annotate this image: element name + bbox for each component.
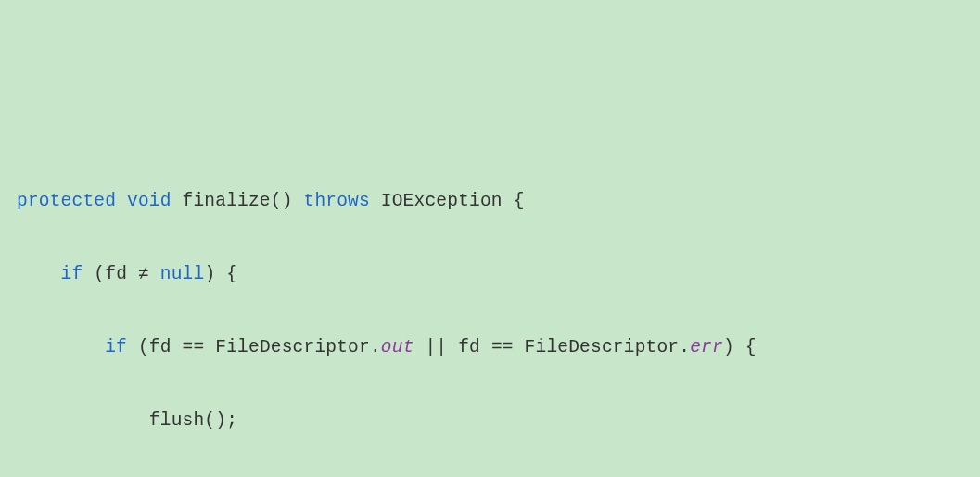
brace: { bbox=[745, 337, 757, 358]
paren: ( bbox=[94, 264, 105, 284]
operator-ne: ≠ bbox=[138, 264, 149, 284]
operator-or: || bbox=[425, 337, 447, 358]
keyword-if: if bbox=[61, 264, 83, 284]
paren: ) bbox=[723, 337, 734, 358]
code-line[interactable]: flush(); bbox=[0, 403, 980, 440]
operator-eq: == bbox=[491, 337, 514, 358]
code-line[interactable]: if (fd == FileDescriptor.out || fd == Fi… bbox=[0, 330, 980, 367]
keyword-void: void bbox=[127, 191, 172, 211]
method-call: flush bbox=[149, 410, 205, 431]
code-line[interactable]: protected void finalize() throws IOExcep… bbox=[0, 183, 980, 220]
keyword-throws: throws bbox=[303, 191, 369, 211]
brace: { bbox=[226, 264, 237, 284]
keyword-if: if bbox=[105, 337, 127, 358]
paren: () bbox=[204, 410, 226, 431]
static-field: err bbox=[690, 337, 723, 358]
paren: () bbox=[271, 191, 293, 211]
paren: ( bbox=[138, 337, 149, 358]
field-ref: fd bbox=[105, 264, 127, 284]
keyword-null: null bbox=[160, 264, 205, 284]
type-name: FileDescriptor bbox=[215, 337, 370, 358]
method-name: finalize bbox=[183, 191, 271, 211]
static-field: out bbox=[381, 337, 414, 358]
brace: { bbox=[514, 191, 525, 211]
code-editor[interactable]: protected void finalize() throws IOExcep… bbox=[0, 146, 980, 477]
field-ref: fd bbox=[458, 337, 480, 358]
paren: ) bbox=[204, 264, 215, 284]
type-name: IOException bbox=[381, 191, 503, 211]
type-name: FileDescriptor bbox=[525, 337, 680, 358]
code-line[interactable]: if (fd ≠ null) { bbox=[0, 257, 980, 294]
operator-eq: == bbox=[183, 337, 205, 358]
keyword-protected: protected bbox=[17, 191, 116, 211]
field-ref: fd bbox=[149, 337, 172, 358]
